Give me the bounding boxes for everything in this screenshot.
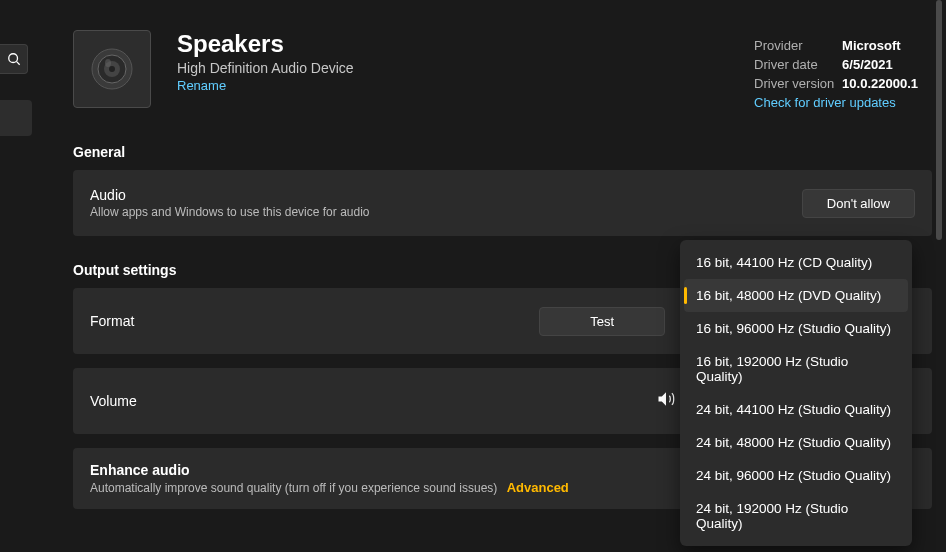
svg-line-1 [16,62,19,65]
device-subtitle: High Definition Audio Device [177,60,354,76]
svg-point-6 [105,59,111,67]
format-option[interactable]: 16 bit, 44100 Hz (CD Quality) [680,246,912,279]
device-header: Speakers High Definition Audio Device Re… [73,0,932,138]
format-option[interactable]: 16 bit, 192000 Hz (Studio Quality) [680,345,912,393]
dont-allow-button[interactable]: Don't allow [802,189,915,218]
svg-point-0 [8,54,17,63]
provider-value: Microsoft [842,38,901,53]
search-icon [7,52,21,66]
driver-date-label: Driver date [754,57,842,72]
search-button[interactable] [0,44,28,74]
rename-link[interactable]: Rename [177,78,354,93]
general-heading: General [73,144,932,160]
audio-card-title: Audio [90,187,802,203]
nav-item-selected[interactable] [0,100,32,136]
advanced-link[interactable]: Advanced [507,480,569,495]
format-option[interactable]: 24 bit, 48000 Hz (Studio Quality) [680,426,912,459]
format-option[interactable]: 16 bit, 96000 Hz (Studio Quality) [680,312,912,345]
volume-speaker-icon[interactable] [656,389,676,413]
driver-info-panel: Provider Microsoft Driver date 6/5/2021 … [754,38,918,110]
device-title: Speakers [177,30,354,58]
audio-allow-card: Audio Allow apps and Windows to use this… [73,170,932,236]
format-option[interactable]: 24 bit, 96000 Hz (Studio Quality) [680,459,912,492]
format-option[interactable]: 16 bit, 48000 Hz (DVD Quality) [684,279,908,312]
svg-point-5 [109,66,115,72]
speaker-device-icon [73,30,151,108]
scrollbar-thumb[interactable] [936,0,942,240]
provider-label: Provider [754,38,842,53]
audio-card-desc: Allow apps and Windows to use this devic… [90,205,802,219]
driver-version-value: 10.0.22000.1 [842,76,918,91]
format-dropdown-flyout: 16 bit, 44100 Hz (CD Quality)16 bit, 480… [680,240,912,546]
format-option[interactable]: 24 bit, 192000 Hz (Studio Quality) [680,492,912,540]
test-button[interactable]: Test [539,307,665,336]
format-card-title: Format [90,313,539,329]
format-option[interactable]: 24 bit, 44100 Hz (Studio Quality) [680,393,912,426]
scrollbar-track[interactable] [934,0,944,552]
driver-version-label: Driver version [754,76,842,91]
check-updates-link[interactable]: Check for driver updates [754,95,918,110]
driver-date-value: 6/5/2021 [842,57,893,72]
